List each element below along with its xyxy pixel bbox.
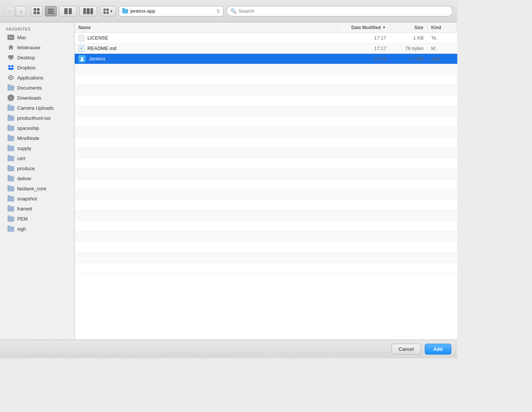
file-row-empty-11 [75, 169, 457, 179]
downloads-icon: ↓ [7, 94, 14, 101]
file-row-empty-6 [75, 116, 457, 127]
dropdown-arrow: ▾ [110, 9, 112, 14]
sidebar-item-label-mindnode: MindNode [17, 135, 39, 141]
file-row-empty-15 [75, 210, 457, 221]
folder-icon-documents [7, 84, 14, 91]
file-row-empty-8 [75, 137, 457, 148]
folder-icon-produce [7, 165, 14, 172]
toolbar: ‹ › [0, 0, 457, 22]
sidebar-item-snapshot[interactable]: snapshot [1, 194, 73, 203]
sidebar-item-producthunt-ios[interactable]: producthunt-ios [1, 113, 73, 123]
sidebar-item-desktop[interactable]: Desktop [1, 53, 73, 62]
svg-rect-0 [8, 55, 13, 59]
sidebar-item-deliver[interactable]: deliver [1, 174, 73, 183]
sidebar-item-label-supply: supply [17, 146, 31, 151]
sidebar-item-label-applications: Applications [17, 75, 43, 81]
file-size-jenkins: 1,7 MB [390, 56, 427, 62]
sidebar-item-downloads[interactable]: ↓ Downloads [1, 93, 73, 103]
file-row-empty-5 [75, 106, 457, 116]
sidebar-item-label-dropbox: Dropbox [17, 65, 35, 71]
file-list: LICENSE 17:17 1 KB Te. # README.md 17:17… [75, 33, 457, 340]
sidebar-item-label-mac: Mac [17, 35, 27, 40]
sidebar-item-felixkrause[interactable]: felixkrause [1, 43, 73, 52]
forward-button[interactable]: › [16, 6, 26, 16]
sidebar-item-sigh[interactable]: sigh [1, 224, 73, 234]
column-view-button[interactable] [59, 6, 77, 16]
arrange-dropdown[interactable]: ▾ [100, 6, 116, 16]
file-row-empty-2 [75, 75, 457, 85]
sidebar-section-favorites: Favorites [0, 25, 74, 32]
file-row-license[interactable]: LICENSE 17:17 1 KB Te. [75, 33, 457, 43]
file-size-readme: 76 bytes [390, 46, 427, 51]
cancel-button[interactable]: Cancel [392, 344, 421, 355]
add-button[interactable]: Add [425, 344, 451, 355]
sidebar-item-label-snapshot: snapshot [17, 196, 37, 202]
sidebar-item-applications[interactable]: Applications [1, 73, 73, 82]
columns-icon [64, 8, 72, 14]
svg-point-5 [81, 57, 83, 59]
svg-point-4 [10, 77, 12, 78]
file-row-empty-17 [75, 231, 457, 242]
list-icon [48, 9, 54, 13]
sidebar-item-supply[interactable]: supply [1, 143, 73, 153]
search-bar[interactable]: 🔍 [226, 6, 453, 16]
svg-rect-2 [9, 59, 12, 60]
sidebar-item-cert[interactable]: cert [1, 153, 73, 163]
folder-icon-frameit [7, 205, 14, 212]
sidebar-item-mac[interactable]: Mac [1, 32, 73, 42]
list-view-button[interactable] [45, 6, 57, 16]
coverflow-icon [83, 8, 93, 14]
file-kind-readme: M.. [427, 46, 457, 51]
sidebar-item-fastlane-core[interactable]: fastlane_core [1, 184, 73, 193]
file-date-license: 17:17 [338, 35, 390, 41]
sidebar-item-frameit[interactable]: frameit [1, 204, 73, 213]
sidebar-item-label-camera-uploads: Camera Uploads [17, 105, 54, 111]
file-row-empty-4 [75, 96, 457, 106]
sidebar-item-label-producthunt-ios: producthunt-ios [17, 115, 51, 121]
view-buttons [31, 6, 97, 16]
sidebar-item-label-sigh: sigh [17, 226, 26, 232]
file-date-jenkins: 17:16 [338, 56, 390, 62]
folder-icon-spaceship [7, 125, 14, 131]
sidebar-item-produce[interactable]: produce [1, 163, 73, 173]
location-bar[interactable]: jenkins-app ⇅ [119, 6, 223, 16]
header-name[interactable]: Name [75, 24, 338, 32]
search-icon: 🔍 [231, 8, 236, 14]
nav-group: ‹ › [4, 6, 26, 16]
home-icon [7, 44, 14, 51]
file-row-jenkins[interactable]: Jenkins 17:16 1,7 MB App [75, 54, 457, 64]
sidebar-item-documents[interactable]: Documents [1, 83, 73, 93]
search-input[interactable] [239, 8, 449, 14]
folder-icon-pem [7, 215, 14, 222]
file-row-empty-20 [75, 263, 457, 273]
location-name: jenkins-app [130, 8, 214, 14]
sidebar-item-label-documents: Documents [17, 85, 42, 91]
desktop-icon [7, 54, 14, 61]
icon-view-button[interactable] [31, 6, 43, 16]
file-row-empty-13 [75, 190, 457, 200]
header-kind[interactable]: Kind [427, 24, 457, 32]
sidebar-item-label-fastlane-core: fastlane_core [17, 186, 46, 191]
file-row-readme[interactable]: # README.md 17:17 76 bytes M.. [75, 43, 457, 54]
sidebar-item-camera-uploads[interactable]: Camera Uploads [1, 103, 73, 113]
sidebar-item-dropbox[interactable]: Dropbox [1, 63, 73, 72]
header-size[interactable]: Size [390, 24, 427, 32]
folder-icon [122, 9, 128, 13]
header-date[interactable]: Date Modified ▼ [338, 24, 390, 32]
bottom-bar: Cancel Add [0, 340, 457, 358]
grid-icon [34, 8, 40, 14]
sidebar-item-mindnode[interactable]: MindNode [1, 133, 73, 143]
cover-flow-button[interactable] [79, 6, 97, 16]
back-button[interactable]: ‹ [4, 6, 15, 16]
folder-icon-mindnode [7, 135, 14, 141]
sidebar-item-spaceship[interactable]: spaceship [1, 123, 73, 133]
applications-icon [7, 74, 14, 81]
file-kind-jenkins: App [427, 56, 457, 62]
dropbox-icon [7, 64, 14, 71]
sidebar-item-pem[interactable]: PEM [1, 214, 73, 224]
folder-icon-deliver [7, 175, 14, 182]
file-date-readme: 17:17 [338, 46, 390, 51]
finder-window: ‹ › [0, 0, 457, 358]
location-spinner: ⇅ [216, 9, 220, 14]
file-row-empty-19 [75, 252, 457, 263]
